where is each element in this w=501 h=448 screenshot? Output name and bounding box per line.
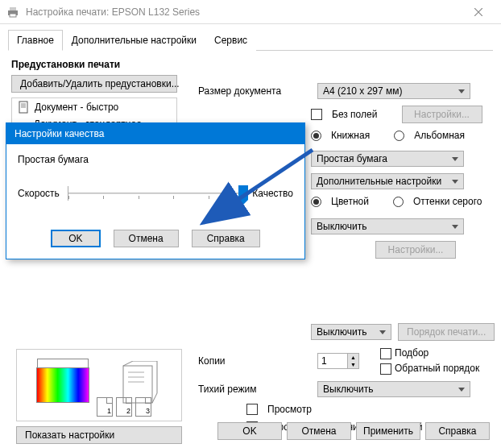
color-label: Цветной — [331, 196, 369, 207]
window-titlebar: Настройка печати: EPSON L132 Series — [0, 0, 501, 24]
color-preview-icon — [36, 367, 89, 403]
presets-title: Предустановки печати — [11, 59, 490, 70]
dialog-help-button[interactable]: Справка — [192, 230, 260, 247]
add-remove-presets-button[interactable]: Добавить/Удалить предустановки... — [11, 75, 177, 93]
copies-input[interactable] — [318, 354, 347, 368]
paper-type-select[interactable]: Простая бумага — [311, 151, 464, 167]
print-order-button[interactable]: Порядок печати... — [398, 323, 495, 341]
tab-main[interactable]: Главное — [8, 30, 63, 51]
printer-icon — [6, 6, 19, 19]
copies-spinner[interactable]: ▲▼ — [317, 353, 359, 369]
quiet-mode-label: Тихий режим — [198, 384, 311, 395]
reverse-label: Обратный порядок — [395, 363, 479, 374]
apply-button[interactable]: Применить — [356, 422, 420, 440]
slider-speed-label: Скорость — [18, 188, 60, 199]
slider-thumb[interactable] — [238, 185, 248, 200]
dialog-paper-type: Простая бумага — [18, 154, 293, 165]
color-radio[interactable] — [311, 197, 321, 207]
quality-slider[interactable] — [68, 186, 244, 201]
list-item[interactable]: Документ - быстро — [12, 98, 176, 116]
settings-button-disabled[interactable]: Настройки... — [375, 241, 456, 259]
reverse-checkbox[interactable] — [380, 363, 391, 375]
orientation-landscape-radio[interactable] — [394, 131, 404, 141]
collate-checkbox[interactable] — [380, 348, 391, 359]
preview-label: Просмотр — [267, 404, 312, 415]
tab-advanced[interactable]: Дополнительные настройки — [63, 30, 205, 51]
borderless-settings-button[interactable]: Настройки... — [402, 106, 482, 123]
preset-label: Документ - быстро — [35, 102, 118, 113]
dialog-cancel-button[interactable]: Отмена — [114, 230, 179, 247]
slider-quality-label: Качество — [252, 188, 293, 199]
orientation-portrait-radio[interactable] — [311, 131, 321, 141]
preview-area: 123 — [16, 349, 182, 421]
dialog-ok-button[interactable]: OK — [51, 230, 100, 247]
window-title: Настройка печати: EPSON L132 Series — [26, 6, 462, 18]
advanced-settings-select[interactable]: Дополнительные настройки — [311, 173, 464, 189]
show-settings-button[interactable]: Показать настройки — [16, 426, 182, 444]
tab-service[interactable]: Сервис — [205, 30, 256, 51]
orientation-landscape-label: Альбомная — [414, 130, 465, 141]
borderless-label: Без полей — [332, 109, 377, 120]
dialog-footer: OK Отмена Применить Справка — [217, 422, 490, 440]
borderless-checkbox[interactable] — [311, 109, 322, 120]
svg-rect-2 — [10, 14, 16, 17]
dialog-title: Настройки качества — [6, 123, 304, 144]
document-icon — [17, 101, 30, 114]
copies-label: Копии — [198, 355, 311, 367]
off-select-2[interactable]: Выключить — [311, 324, 391, 340]
page-order-icon: 123 — [97, 397, 151, 417]
preview-checkbox[interactable] — [246, 404, 258, 415]
doc-size-label: Размер документа — [198, 85, 311, 97]
off-select-1[interactable]: Выключить — [311, 218, 464, 234]
orientation-portrait-label: Книжная — [331, 130, 370, 141]
svg-rect-1 — [10, 7, 16, 10]
copies-down[interactable]: ▼ — [347, 361, 358, 368]
tab-bar: Главное Дополнительные настройки Сервис — [8, 29, 493, 51]
grayscale-label: Оттенки серого — [413, 196, 482, 207]
doc-size-select[interactable]: А4 (210 x 297 мм) — [317, 83, 470, 99]
help-button[interactable]: Справка — [425, 422, 490, 440]
quality-settings-dialog: Настройки качества Простая бумага Скорос… — [6, 122, 305, 259]
quiet-mode-select[interactable]: Выключить — [317, 381, 470, 397]
copies-up[interactable]: ▲ — [347, 354, 358, 361]
collate-label: Подбор — [395, 347, 429, 359]
cancel-button[interactable]: Отмена — [287, 422, 351, 440]
ok-button[interactable]: OK — [217, 422, 282, 440]
grayscale-radio[interactable] — [393, 197, 404, 207]
close-button[interactable] — [462, 0, 495, 24]
